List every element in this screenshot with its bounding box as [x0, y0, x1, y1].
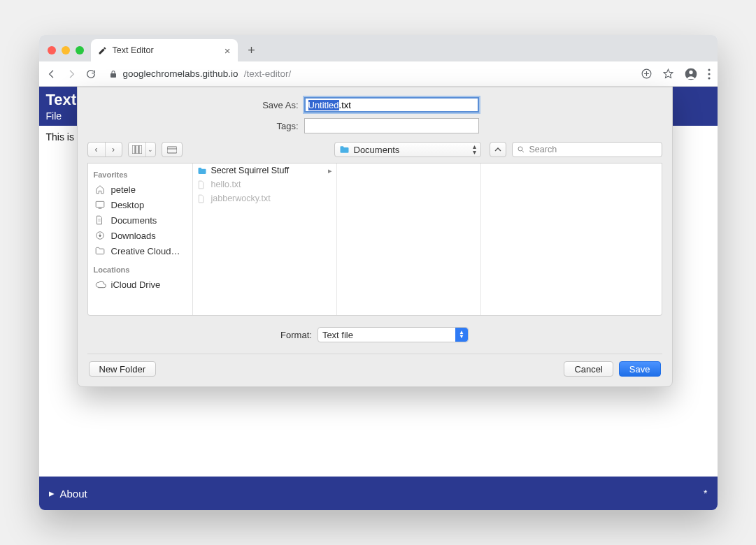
download-icon — [95, 231, 106, 240]
updown-chevron-icon: ▴▾ — [473, 144, 476, 155]
home-icon — [95, 184, 106, 194]
sidebar-item-fav-1[interactable]: Desktop — [92, 197, 188, 212]
doc-icon — [95, 215, 106, 225]
select-stepper-icon: ▲▼ — [455, 328, 468, 342]
chevron-right-icon: ▸ — [328, 166, 332, 175]
folder-grid-icon — [162, 143, 182, 157]
lock-icon — [109, 69, 117, 79]
svg-point-2 — [689, 70, 692, 73]
new-folder-button[interactable]: New Folder — [89, 361, 156, 377]
sidebar-item-loc-0[interactable]: iCloud Drive — [92, 277, 188, 292]
menu-dots-icon[interactable] — [708, 68, 711, 80]
file-name: jabberwocky.txt — [211, 194, 271, 203]
search-input[interactable]: Search — [512, 142, 662, 157]
search-icon — [517, 145, 525, 154]
sidebar-item-label: Desktop — [111, 200, 145, 210]
file-browser: Favorites peteleDesktopDocumentsDownload… — [87, 164, 662, 316]
disclosure-triangle-icon[interactable]: ▸ — [49, 487, 55, 500]
svg-point-4 — [708, 73, 710, 75]
format-value: Text file — [322, 330, 353, 340]
tags-label: Tags: — [87, 121, 304, 131]
file-name: hello.txt — [211, 180, 241, 189]
sidebar-item-label: Downloads — [111, 231, 156, 241]
url-path: /text-editor/ — [244, 68, 292, 79]
minimize-window-icon[interactable] — [62, 46, 70, 54]
browser-toolbar: googlechromelabs.github.io/text-editor/ — [39, 61, 718, 87]
pencil-icon — [98, 46, 107, 55]
file-column: Secret Squirrel Stuff▸hello.txtjabberwoc… — [193, 164, 337, 315]
sidebar-item-fav-2[interactable]: Documents — [92, 212, 188, 228]
sidebar: Favorites peteleDesktopDocumentsDownload… — [88, 164, 193, 315]
sidebar-item-fav-4[interactable]: Creative Cloud… — [92, 243, 188, 259]
tab-strip: Text Editor × + — [39, 35, 718, 61]
group-button[interactable] — [162, 142, 183, 157]
cancel-button[interactable]: Cancel — [564, 361, 613, 377]
file-name: Secret Squirrel Stuff — [211, 166, 290, 175]
chevron-down-icon: ⌄ — [145, 143, 155, 157]
search-placeholder: Search — [529, 145, 557, 154]
new-tab-button[interactable]: + — [242, 41, 262, 60]
window-controls — [45, 46, 91, 61]
location-label: Documents — [354, 145, 400, 155]
view-mode[interactable]: ⌄ — [128, 142, 156, 157]
folder-icon — [339, 145, 350, 154]
about-link[interactable]: About — [60, 488, 87, 500]
close-window-icon[interactable] — [48, 46, 56, 54]
bookmark-star-icon[interactable] — [662, 68, 674, 80]
sidebar-item-label: iCloud Drive — [111, 279, 161, 290]
file-row: hello.txt — [193, 177, 336, 191]
svg-rect-9 — [167, 147, 177, 153]
tab-close-icon[interactable]: × — [224, 45, 231, 57]
svg-rect-11 — [96, 201, 104, 207]
locations-header: Locations — [94, 266, 187, 274]
save-as-input[interactable] — [304, 97, 479, 112]
toolbar-right-icons — [641, 67, 711, 81]
svg-point-10 — [518, 147, 522, 151]
tags-input[interactable] — [304, 118, 479, 133]
svg-point-5 — [708, 77, 710, 79]
browser-window: Text Editor × + googlechromelabs.github.… — [39, 35, 718, 510]
file-icon — [197, 180, 207, 189]
svg-rect-7 — [136, 145, 138, 154]
favorites-header: Favorites — [94, 170, 187, 179]
preview-column — [481, 164, 662, 315]
forward-icon[interactable]: › — [105, 143, 122, 157]
tab-title: Text Editor — [113, 45, 154, 55]
cloud-icon — [95, 280, 106, 289]
save-button[interactable]: Save — [619, 361, 661, 377]
sidebar-item-fav-0[interactable]: petele — [92, 182, 188, 197]
save-as-label: Save As: — [87, 100, 304, 110]
sidebar-item-fav-3[interactable]: Downloads — [92, 228, 188, 243]
save-dialog: Save As: Tags: ‹ › ⌄ — [77, 87, 673, 387]
reload-button[interactable] — [85, 68, 98, 80]
url-host: googlechromelabs.github.io — [123, 68, 238, 79]
svg-rect-6 — [132, 145, 135, 154]
columns-view-icon — [129, 143, 145, 157]
format-select[interactable]: Text file ▲▼ — [318, 327, 469, 342]
folder-row[interactable]: Secret Squirrel Stuff▸ — [193, 164, 336, 177]
history-nav: ‹ › — [87, 142, 122, 157]
sidebar-item-label: petele — [111, 184, 136, 195]
maximize-window-icon[interactable] — [76, 46, 84, 54]
dialog-nav-row: ‹ › ⌄ — [87, 139, 662, 164]
sidebar-item-label: Creative Cloud… — [111, 246, 180, 256]
browser-tab[interactable]: Text Editor × — [91, 39, 238, 61]
svg-point-3 — [708, 68, 710, 71]
folder-icon — [95, 247, 106, 255]
file-icon — [197, 194, 207, 203]
file-row: jabberwocky.txt — [193, 191, 336, 205]
install-app-icon[interactable] — [641, 68, 652, 80]
modified-indicator: * — [704, 488, 707, 499]
svg-rect-8 — [139, 145, 142, 154]
collapse-button[interactable] — [490, 142, 506, 157]
forward-button[interactable] — [66, 68, 78, 80]
address-bar[interactable]: googlechromelabs.github.io/text-editor/ — [105, 68, 634, 79]
desktop-icon — [95, 201, 106, 209]
profile-icon[interactable] — [684, 67, 698, 81]
sidebar-item-label: Documents — [111, 215, 157, 226]
back-button[interactable] — [46, 68, 59, 80]
file-column-empty — [337, 164, 481, 315]
app-footer: ▸ About * — [39, 477, 718, 510]
location-dropdown[interactable]: Documents ▴▾ — [334, 142, 481, 157]
back-icon[interactable]: ‹ — [88, 143, 105, 157]
